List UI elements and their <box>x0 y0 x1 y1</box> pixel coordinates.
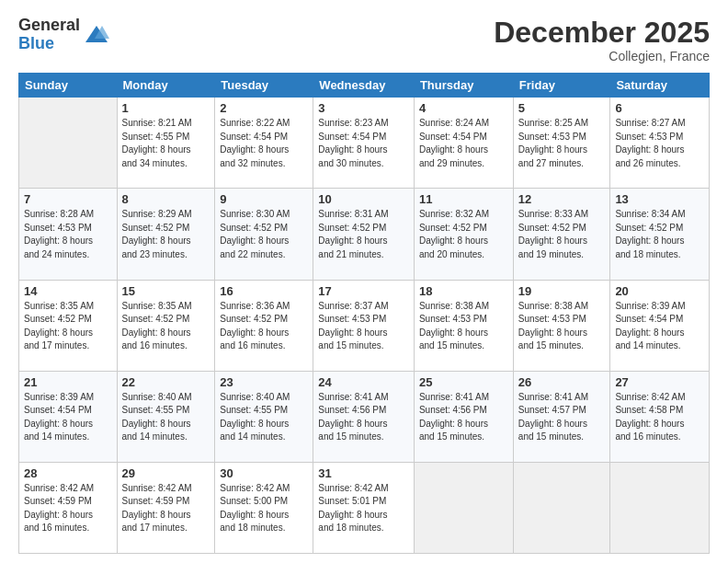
calendar-cell: 29Sunrise: 8:42 AM Sunset: 4:59 PM Dayli… <box>117 462 215 553</box>
day-number: 28 <box>24 466 112 480</box>
calendar-cell: 1Sunrise: 8:21 AM Sunset: 4:55 PM Daylig… <box>117 98 215 189</box>
day-number: 20 <box>615 284 704 298</box>
day-number: 14 <box>24 284 112 298</box>
col-header-sunday: Sunday <box>19 74 118 98</box>
day-info: Sunrise: 8:42 AM Sunset: 4:58 PM Dayligh… <box>615 391 704 444</box>
calendar-cell: 17Sunrise: 8:37 AM Sunset: 4:53 PM Dayli… <box>313 280 415 371</box>
day-number: 29 <box>122 466 210 480</box>
day-number: 7 <box>24 192 112 206</box>
day-info: Sunrise: 8:28 AM Sunset: 4:53 PM Dayligh… <box>24 208 112 261</box>
day-info: Sunrise: 8:42 AM Sunset: 5:00 PM Dayligh… <box>220 482 308 535</box>
day-info: Sunrise: 8:39 AM Sunset: 4:54 PM Dayligh… <box>615 300 704 353</box>
calendar-cell: 12Sunrise: 8:33 AM Sunset: 4:52 PM Dayli… <box>513 189 610 280</box>
day-number: 8 <box>122 192 210 206</box>
day-number: 15 <box>122 284 210 298</box>
day-info: Sunrise: 8:22 AM Sunset: 4:54 PM Dayligh… <box>220 117 308 170</box>
col-header-friday: Friday <box>513 74 610 98</box>
day-info: Sunrise: 8:24 AM Sunset: 4:54 PM Dayligh… <box>419 117 508 170</box>
calendar-cell: 5Sunrise: 8:25 AM Sunset: 4:53 PM Daylig… <box>513 98 610 189</box>
calendar-cell: 7Sunrise: 8:28 AM Sunset: 4:53 PM Daylig… <box>19 189 118 280</box>
calendar-cell: 16Sunrise: 8:36 AM Sunset: 4:52 PM Dayli… <box>215 280 313 371</box>
day-number: 10 <box>318 192 409 206</box>
day-number: 18 <box>419 284 508 298</box>
day-info: Sunrise: 8:38 AM Sunset: 4:53 PM Dayligh… <box>518 300 606 353</box>
col-header-tuesday: Tuesday <box>215 74 313 98</box>
day-info: Sunrise: 8:41 AM Sunset: 4:57 PM Dayligh… <box>518 391 606 444</box>
day-info: Sunrise: 8:41 AM Sunset: 4:56 PM Dayligh… <box>419 391 508 444</box>
calendar-body: 1Sunrise: 8:21 AM Sunset: 4:55 PM Daylig… <box>19 98 710 554</box>
logo-blue: Blue <box>18 35 80 53</box>
calendar-week-3: 21Sunrise: 8:39 AM Sunset: 4:54 PM Dayli… <box>19 371 710 462</box>
calendar-table: SundayMondayTuesdayWednesdayThursdayFrid… <box>18 73 710 554</box>
day-info: Sunrise: 8:30 AM Sunset: 4:52 PM Dayligh… <box>220 208 308 261</box>
day-number: 24 <box>318 375 409 389</box>
calendar-cell: 25Sunrise: 8:41 AM Sunset: 4:56 PM Dayli… <box>414 371 513 462</box>
day-number: 5 <box>518 101 606 115</box>
calendar-cell: 21Sunrise: 8:39 AM Sunset: 4:54 PM Dayli… <box>19 371 118 462</box>
day-number: 12 <box>518 192 606 206</box>
day-number: 27 <box>615 375 704 389</box>
day-number: 31 <box>318 466 409 480</box>
day-info: Sunrise: 8:36 AM Sunset: 4:52 PM Dayligh… <box>220 300 308 353</box>
day-info: Sunrise: 8:37 AM Sunset: 4:53 PM Dayligh… <box>318 300 409 353</box>
calendar-week-1: 7Sunrise: 8:28 AM Sunset: 4:53 PM Daylig… <box>19 189 710 280</box>
logo: General Blue <box>18 17 109 53</box>
logo-text: General Blue <box>18 17 80 53</box>
calendar-cell: 23Sunrise: 8:40 AM Sunset: 4:55 PM Dayli… <box>215 371 313 462</box>
calendar-cell: 18Sunrise: 8:38 AM Sunset: 4:53 PM Dayli… <box>414 280 513 371</box>
col-header-monday: Monday <box>117 74 215 98</box>
day-info: Sunrise: 8:25 AM Sunset: 4:53 PM Dayligh… <box>518 117 606 170</box>
day-number: 1 <box>122 101 210 115</box>
col-header-wednesday: Wednesday <box>313 74 415 98</box>
day-info: Sunrise: 8:38 AM Sunset: 4:53 PM Dayligh… <box>419 300 508 353</box>
calendar-cell <box>513 462 610 553</box>
day-info: Sunrise: 8:33 AM Sunset: 4:52 PM Dayligh… <box>518 208 606 261</box>
calendar-cell: 28Sunrise: 8:42 AM Sunset: 4:59 PM Dayli… <box>19 462 118 553</box>
calendar-cell <box>19 98 118 189</box>
calendar-cell: 13Sunrise: 8:34 AM Sunset: 4:52 PM Dayli… <box>610 189 710 280</box>
day-info: Sunrise: 8:32 AM Sunset: 4:52 PM Dayligh… <box>419 208 508 261</box>
day-info: Sunrise: 8:31 AM Sunset: 4:52 PM Dayligh… <box>318 208 409 261</box>
logo-general: General <box>18 17 80 35</box>
calendar-cell: 14Sunrise: 8:35 AM Sunset: 4:52 PM Dayli… <box>19 280 118 371</box>
day-info: Sunrise: 8:35 AM Sunset: 4:52 PM Dayligh… <box>122 300 210 353</box>
calendar-cell: 3Sunrise: 8:23 AM Sunset: 4:54 PM Daylig… <box>313 98 415 189</box>
calendar-cell: 15Sunrise: 8:35 AM Sunset: 4:52 PM Dayli… <box>117 280 215 371</box>
calendar-cell: 6Sunrise: 8:27 AM Sunset: 4:53 PM Daylig… <box>610 98 710 189</box>
calendar-cell: 2Sunrise: 8:22 AM Sunset: 4:54 PM Daylig… <box>215 98 313 189</box>
day-number: 19 <box>518 284 606 298</box>
calendar-cell: 31Sunrise: 8:42 AM Sunset: 5:01 PM Dayli… <box>313 462 415 553</box>
day-info: Sunrise: 8:40 AM Sunset: 4:55 PM Dayligh… <box>122 391 210 444</box>
col-header-saturday: Saturday <box>610 74 710 98</box>
header: General Blue December 2025 Collegien, Fr… <box>18 17 710 63</box>
calendar-week-0: 1Sunrise: 8:21 AM Sunset: 4:55 PM Daylig… <box>19 98 710 189</box>
day-number: 30 <box>220 466 308 480</box>
day-number: 23 <box>220 375 308 389</box>
day-number: 17 <box>318 284 409 298</box>
day-number: 6 <box>615 101 704 115</box>
col-header-thursday: Thursday <box>414 74 513 98</box>
calendar-cell: 20Sunrise: 8:39 AM Sunset: 4:54 PM Dayli… <box>610 280 710 371</box>
calendar-cell: 19Sunrise: 8:38 AM Sunset: 4:53 PM Dayli… <box>513 280 610 371</box>
calendar-cell: 10Sunrise: 8:31 AM Sunset: 4:52 PM Dayli… <box>313 189 415 280</box>
day-number: 13 <box>615 192 704 206</box>
calendar-cell: 8Sunrise: 8:29 AM Sunset: 4:52 PM Daylig… <box>117 189 215 280</box>
day-number: 25 <box>419 375 508 389</box>
calendar-header-row: SundayMondayTuesdayWednesdayThursdayFrid… <box>19 74 710 98</box>
day-number: 16 <box>220 284 308 298</box>
day-info: Sunrise: 8:29 AM Sunset: 4:52 PM Dayligh… <box>122 208 210 261</box>
calendar-cell: 27Sunrise: 8:42 AM Sunset: 4:58 PM Dayli… <box>610 371 710 462</box>
calendar-cell: 11Sunrise: 8:32 AM Sunset: 4:52 PM Dayli… <box>414 189 513 280</box>
calendar-cell <box>610 462 710 553</box>
day-info: Sunrise: 8:41 AM Sunset: 4:56 PM Dayligh… <box>318 391 409 444</box>
day-info: Sunrise: 8:42 AM Sunset: 4:59 PM Dayligh… <box>122 482 210 535</box>
day-info: Sunrise: 8:35 AM Sunset: 4:52 PM Dayligh… <box>24 300 112 353</box>
page: General Blue December 2025 Collegien, Fr… <box>0 0 728 563</box>
day-info: Sunrise: 8:42 AM Sunset: 4:59 PM Dayligh… <box>24 482 112 535</box>
subtitle: Collegien, France <box>494 49 710 63</box>
calendar-cell: 24Sunrise: 8:41 AM Sunset: 4:56 PM Dayli… <box>313 371 415 462</box>
calendar-cell: 26Sunrise: 8:41 AM Sunset: 4:57 PM Dayli… <box>513 371 610 462</box>
day-number: 4 <box>419 101 508 115</box>
day-number: 3 <box>318 101 409 115</box>
day-number: 22 <box>122 375 210 389</box>
